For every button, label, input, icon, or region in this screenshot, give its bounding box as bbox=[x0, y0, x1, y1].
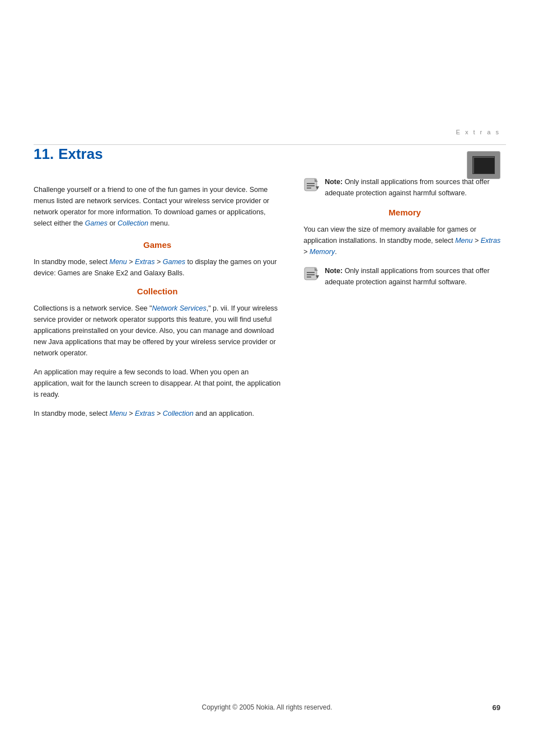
arrow1-games: > bbox=[127, 258, 135, 266]
collection-link-collection[interactable]: Collection bbox=[163, 410, 194, 417]
games-text-start: In standby mode, select bbox=[34, 258, 110, 266]
games-link-intro[interactable]: Games bbox=[85, 219, 107, 227]
svg-rect-8 bbox=[307, 272, 315, 273]
collection-p3-end: and an application. bbox=[194, 410, 254, 417]
top-note-spacer: Note: Only install applications from sou… bbox=[303, 176, 506, 199]
top-note-text: Note: Only install applications from sou… bbox=[325, 176, 506, 199]
chapter-number: 11. bbox=[34, 145, 54, 163]
collection-paragraph1: Collections is a network service. See "N… bbox=[34, 303, 281, 359]
intro-middle: or bbox=[107, 219, 118, 227]
games-text: In standby mode, select Menu > Extras > … bbox=[34, 256, 281, 279]
menu-link-games[interactable]: Menu bbox=[110, 258, 127, 266]
right-column: Note: Only install applications from sou… bbox=[303, 145, 506, 427]
note-icon-memory bbox=[303, 266, 319, 282]
footer-page-number: 69 bbox=[493, 703, 500, 712]
collection-paragraph2: An application may require a few seconds… bbox=[34, 367, 281, 400]
collection-arrow1: > bbox=[127, 410, 135, 417]
svg-rect-9 bbox=[307, 274, 315, 275]
svg-rect-3 bbox=[307, 185, 315, 186]
collection-heading: Collection bbox=[34, 287, 281, 296]
top-note-box: Note: Only install applications from sou… bbox=[303, 176, 506, 199]
intro-paragraph: Challenge yourself or a friend to one of… bbox=[34, 184, 281, 229]
memory-heading: Memory bbox=[303, 208, 506, 217]
network-services-link[interactable]: Network Services bbox=[152, 304, 206, 312]
svg-rect-4 bbox=[307, 187, 311, 189]
content-area: 11. Extras Challenge yourself or a frien… bbox=[34, 145, 506, 427]
games-heading: Games bbox=[34, 240, 281, 250]
left-column: 11. Extras Challenge yourself or a frien… bbox=[34, 145, 281, 427]
menu-link-collection[interactable]: Menu bbox=[110, 410, 127, 417]
footer: Copyright © 2005 Nokia. All rights reser… bbox=[0, 703, 534, 711]
memory-text-end: . bbox=[335, 248, 336, 256]
memory-note-box: Note: Only install applications from sou… bbox=[303, 265, 506, 288]
games-link-games[interactable]: Games bbox=[163, 258, 185, 266]
chapter-watermark: E x t r a s bbox=[456, 129, 500, 135]
collection-section: Collection Collections is a network serv… bbox=[34, 287, 281, 419]
arrow2-games: > bbox=[154, 258, 162, 266]
intro-end: menu. bbox=[148, 219, 170, 227]
extras-link-memory[interactable]: Extras bbox=[481, 237, 500, 245]
collection-link-intro[interactable]: Collection bbox=[118, 219, 148, 227]
memory-note-bold: Note: bbox=[325, 267, 343, 275]
chapter-title: Extras bbox=[58, 145, 103, 163]
memory-text: You can view the size of memory availabl… bbox=[303, 224, 506, 257]
games-section: Games In standby mode, select Menu > Ext… bbox=[34, 240, 281, 279]
memory-link[interactable]: Memory bbox=[310, 248, 335, 256]
extras-link-collection[interactable]: Extras bbox=[135, 410, 154, 417]
extras-link-games[interactable]: Extras bbox=[135, 258, 154, 266]
memory-note-text: Note: Only install applications from sou… bbox=[325, 265, 506, 288]
collection-p3-start: In standby mode, select bbox=[34, 410, 110, 417]
collection-paragraph3: In standby mode, select Menu > Extras > … bbox=[34, 408, 281, 419]
footer-copyright: Copyright © 2005 Nokia. All rights reser… bbox=[202, 703, 332, 711]
menu-link-memory[interactable]: Menu bbox=[455, 237, 472, 245]
page-container: E x t r a s 11. Extras Challenge yoursel… bbox=[0, 0, 534, 756]
top-rule bbox=[34, 144, 506, 145]
memory-text-start: You can view the size of memory availabl… bbox=[303, 226, 476, 245]
top-note-body: Only install applications from sources t… bbox=[325, 178, 489, 197]
memory-note-body: Only install applications from sources t… bbox=[325, 267, 489, 286]
memory-arrow2: > bbox=[303, 248, 310, 256]
top-note-bold: Note: bbox=[325, 178, 343, 186]
svg-rect-10 bbox=[307, 276, 311, 278]
memory-section: Memory You can view the size of memory a… bbox=[303, 208, 506, 288]
memory-arrow1: > bbox=[472, 237, 480, 245]
svg-rect-2 bbox=[307, 183, 315, 184]
note-icon-top bbox=[303, 177, 319, 193]
collection-arrow2: > bbox=[154, 410, 162, 417]
